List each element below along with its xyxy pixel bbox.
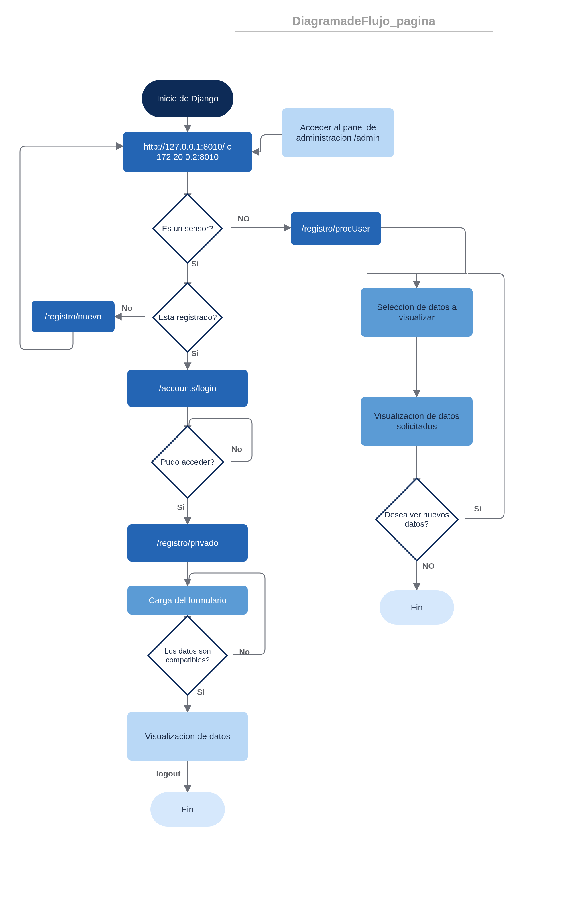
edge-label-si: Si <box>474 504 482 513</box>
process-registro-privado: /registro/privado <box>127 524 248 562</box>
node-label: Fin <box>179 803 196 816</box>
edge-label-si: Si <box>197 688 205 697</box>
node-label: Visualizacion de datos solicitados <box>361 409 473 433</box>
flowchart-canvas: DiagramadeFlujo_pagina <box>0 0 572 924</box>
node-label: Los datos son compatibles? <box>142 623 233 688</box>
node-label: /registro/privado <box>154 536 221 550</box>
node-label: Esta registrado? <box>145 289 230 345</box>
process-form-load: Carga del formulario <box>127 586 248 614</box>
edge-label-no: NO <box>423 562 435 571</box>
node-label: Seleccion de datos a visualizar <box>361 300 473 324</box>
title-underline <box>235 31 493 31</box>
node-label: http://127.0.0.1:8010/ o 172.20.0.2:8010 <box>123 140 252 164</box>
node-label: Visualizacion de datos <box>142 730 233 743</box>
edge-label-si: Si <box>191 349 199 358</box>
terminator-start: Inicio de Django <box>142 80 233 117</box>
page-title: DiagramadeFlujo_pagina <box>235 14 493 31</box>
node-label: Pudo acceder? <box>145 432 230 492</box>
edge-label-logout: logout <box>156 769 181 778</box>
decision-data-compatible: Los datos son compatibles? <box>142 623 233 688</box>
decision-is-registered: Esta registrado? <box>145 289 230 345</box>
edge-label-si: Si <box>191 259 199 269</box>
decision-want-more-data: Desea ver nuevos datos? <box>368 485 465 553</box>
process-visualize-data: Visualizacion de datos <box>127 712 248 761</box>
decision-access-ok: Pudo acceder? <box>145 432 230 492</box>
node-label: Es un sensor? <box>145 201 230 257</box>
node-label: Acceder al panel de administracion /admi… <box>282 121 394 145</box>
title-block: DiagramadeFlujo_pagina <box>235 14 493 31</box>
terminator-end-left: Fin <box>150 792 225 827</box>
process-select-data: Seleccion de datos a visualizar <box>361 288 473 337</box>
edge-label-si: Si <box>177 503 185 512</box>
node-label: /registro/procUser <box>299 222 373 235</box>
terminator-end-right: Fin <box>379 590 454 625</box>
edge-label-no: No <box>122 304 132 313</box>
node-label: /registro/nuevo <box>42 310 104 324</box>
node-label: Desea ver nuevos datos? <box>368 485 465 553</box>
process-admin-panel: Acceder al panel de administracion /admi… <box>282 108 394 157</box>
process-procuser: /registro/procUser <box>291 212 381 245</box>
process-url: http://127.0.0.1:8010/ o 172.20.0.2:8010 <box>123 132 252 172</box>
process-login: /accounts/login <box>127 370 248 407</box>
process-visualize-requested: Visualizacion de datos solicitados <box>361 397 473 445</box>
edge-label-no: No <box>232 445 242 454</box>
edge-label-no: NO <box>238 214 250 224</box>
decision-is-sensor: Es un sensor? <box>145 201 230 257</box>
node-label: Fin <box>408 600 426 614</box>
process-registro-nuevo: /registro/nuevo <box>31 301 115 332</box>
edge-label-no: No <box>239 647 250 657</box>
node-label: /accounts/login <box>156 381 219 395</box>
node-label: Carga del formulario <box>146 593 229 607</box>
node-label: Inicio de Django <box>154 92 221 106</box>
